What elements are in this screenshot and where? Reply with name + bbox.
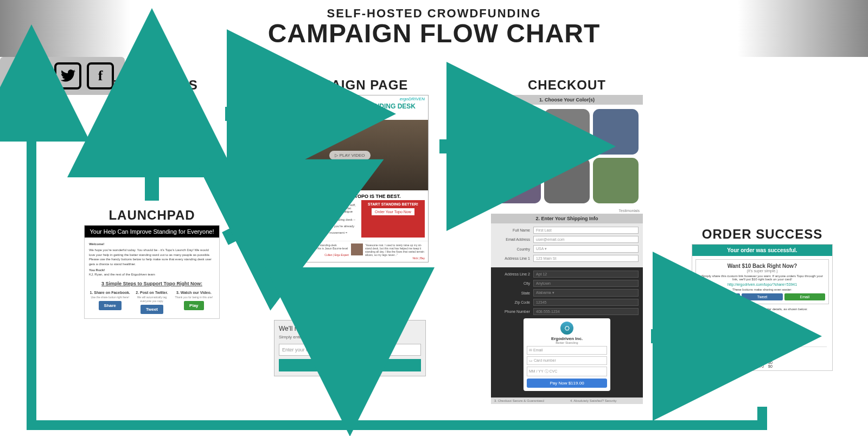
tweet-button[interactable]: Tweet — [141, 305, 163, 314]
launchpad-header: Your Help Can Improve Standing for Every… — [85, 226, 219, 238]
testimonials-link[interactable]: Testimonials — [491, 208, 643, 214]
success-tweet-button[interactable]: Tweet — [742, 293, 782, 300]
campaign-headline: THIS MAT MAKES YOUR STANDING DESK BETTER — [272, 102, 428, 120]
modal-exp-input[interactable]: MM / YY ⓘ CVC — [527, 367, 607, 376]
lp-p1: We hope you're wonderful today. You shou… — [89, 248, 215, 266]
color-swatch[interactable] — [593, 158, 639, 203]
notify-button[interactable]: Notify Me! — [279, 359, 421, 371]
label-success: ORDER SUCCESS — [692, 227, 833, 242]
payment-modal: ⎔ Ergodriven Inc. Better Standing ✉ Emai… — [524, 318, 610, 391]
success-bar: Your order was successful. — [692, 245, 832, 256]
reminder-sub: Simply enter your email below. We'll han… — [279, 335, 421, 339]
share-link[interactable]: http://ergodriven.com/topo/?share=53941 — [699, 283, 825, 286]
play-button[interactable]: Play — [184, 301, 203, 310]
checkout-input[interactable]: Anytown — [533, 280, 639, 287]
lp-welcome: Welcome! — [89, 242, 104, 246]
color-swatch[interactable] — [544, 158, 590, 203]
label-bullhorns: BULLHORNS — [92, 78, 217, 93]
color-swatch[interactable] — [544, 109, 590, 155]
label-checkout: CHECKOUT — [491, 78, 643, 93]
campaign-node: ergoDRIVEN THIS MAT MAKES YOUR STANDING … — [271, 95, 429, 262]
reminder-node: We'll notify you when Topo is in stock S… — [274, 320, 426, 376]
success-node: Your order was successful. Want $10 Back… — [692, 244, 833, 371]
checkout-sec1: 1. Choose Your Color(s) — [491, 95, 643, 105]
color-swatch[interactable]: QTY Black1 + — [495, 109, 541, 155]
hero-image: ▷ PLAY VIDEO — [272, 120, 428, 190]
campaign-sub: YOU NEED A MAT. AND TOPO IS THE BEST. — [272, 190, 428, 200]
checkout-input[interactable]: Apt 12 — [533, 271, 639, 278]
email-input[interactable]: Enter your email address here — [279, 344, 421, 356]
reminder-title: We'll notify you when Topo is in stock — [279, 325, 421, 332]
checkout-input[interactable]: user@email.com — [533, 236, 639, 243]
avatar — [275, 243, 287, 255]
svg-line-4 — [225, 222, 258, 239]
mail-icon — [11, 62, 49, 89]
lp-steps-row: 1. Share on Facebook.Use the share butto… — [89, 290, 215, 314]
title-bar: SELF-HOSTED CROWDFUNDING CAMPAIGN FLOW C… — [0, 0, 868, 57]
order-button[interactable]: Order Your Topo Now — [372, 208, 414, 215]
checkout-input[interactable]: 12345 — [533, 299, 639, 306]
checkout-input[interactable]: First Last — [533, 227, 639, 234]
brand: ergoDRIVEN — [272, 95, 428, 102]
avatar — [351, 243, 363, 255]
label-reminder: REMINDER PAGE — [274, 303, 426, 318]
success-email-button[interactable]: Email — [784, 293, 825, 300]
cta-box: START STANDING BETTER! Order Your Topo N… — [361, 200, 425, 238]
share-button[interactable]: Share — [99, 301, 122, 310]
checkout-sec2: 2. Enter Your Shipping Info — [491, 214, 643, 223]
label-launchpad: LAUNCHPAD — [84, 208, 220, 223]
checkout-input[interactable]: Alabama ▾ — [533, 289, 639, 297]
title-main: CAMPAIGN FLOW CHART — [0, 21, 868, 47]
launchpad-node: Your Help Can Improve Standing for Every… — [84, 225, 220, 319]
checkout-input[interactable]: 123 Main St — [533, 255, 639, 262]
checkout-node: 1. Choose Your Color(s) QTY Black1 + Tes… — [491, 95, 643, 404]
pay-button[interactable]: Pay Now $119.00 — [527, 379, 607, 388]
play-video-button[interactable]: ▷ PLAY VIDEO — [329, 151, 370, 160]
checkout-input[interactable]: USA ▾ — [533, 245, 639, 253]
lp-rock: You Rock! — [89, 268, 105, 272]
color-swatch[interactable] — [593, 109, 639, 155]
twitter-icon — [54, 62, 81, 89]
label-campaign: CAMPAIGN PAGE — [271, 78, 429, 93]
checkout-input[interactable]: 408-555-1234 — [533, 308, 639, 315]
modal-card-input[interactable]: ▭ Card number — [527, 356, 607, 365]
company-logo-icon: ⎔ — [560, 322, 573, 335]
lp-steps-title: 3 Simple Steps to Support Topo Right Now… — [89, 280, 215, 287]
color-swatch[interactable] — [495, 158, 541, 203]
lp-sig: KJ, Ryan, and the rest of the Ergodriven… — [89, 272, 215, 277]
success-share-button[interactable]: Share — [699, 293, 740, 300]
modal-email-input[interactable]: ✉ Email — [527, 346, 607, 355]
svg-rect-1 — [13, 69, 41, 87]
